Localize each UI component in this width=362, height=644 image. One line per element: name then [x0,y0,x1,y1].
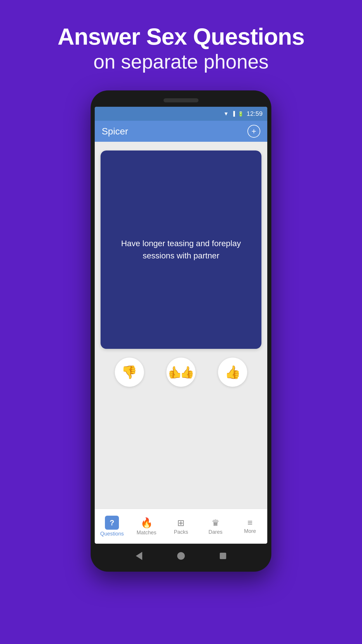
status-time: 12:59 [247,110,263,118]
signal-icon: ▐ [232,111,235,116]
packs-label: Packs [174,529,188,535]
nav-item-dares[interactable]: ♛ Dares [201,518,230,535]
phone-top-speaker [95,94,267,106]
like-button[interactable]: 👍 [218,358,247,387]
matches-label: Matches [137,530,157,536]
more-label: More [244,528,256,534]
both-icon: 👍 👍 [168,365,194,379]
action-buttons: 👎 👍 👍 👍 [101,349,261,396]
phone-screen: ▼ ▐ 🔋 12:59 Spicer + Have longer tea [95,107,267,544]
wifi-icon: ▼ [224,111,229,117]
more-icon: ≡ [247,518,253,527]
header-section: Answer Sex Questions on separate phones [58,0,305,90]
header-subtitle: on separate phones [58,50,305,73]
home-nav-button[interactable] [174,549,188,563]
recent-nav-button[interactable] [216,549,230,563]
nav-item-matches[interactable]: 🔥 Matches [132,517,161,536]
nav-item-more[interactable]: ≡ More [236,518,265,534]
nav-item-packs[interactable]: ⊞ Packs [166,518,196,535]
dares-label: Dares [208,529,222,535]
questions-icon: ? [105,516,119,530]
header-title: Answer Sex Questions [58,23,305,50]
dislike-icon: 👎 [121,365,137,380]
matches-icon: 🔥 [140,517,153,528]
status-bar: ▼ ▐ 🔋 12:59 [95,107,267,121]
phone-nav-bar [95,544,267,568]
question-card: Have longer teasing and foreplay session… [101,150,261,349]
both-button[interactable]: 👍 👍 [166,358,196,387]
like-icon: 👍 [225,365,241,380]
nav-item-questions[interactable]: ? Questions [97,516,126,537]
dislike-button[interactable]: 👎 [115,358,144,387]
dares-icon: ♛ [212,518,219,528]
app-title: Spicer [102,126,128,137]
back-nav-button[interactable] [132,549,146,563]
packs-icon: ⊞ [177,518,184,528]
add-button[interactable]: + [247,125,260,138]
question-text: Have longer teasing and foreplay session… [112,237,250,262]
phone-mockup: ▼ ▐ 🔋 12:59 Spicer + Have longer tea [91,90,271,580]
app-bar: Spicer + [95,121,267,142]
bottom-nav: ? Questions 🔥 Matches ⊞ Packs [95,509,267,544]
battery-icon: 🔋 [238,111,244,117]
questions-label: Questions [100,531,124,537]
content-area: Have longer teasing and foreplay session… [95,142,267,509]
